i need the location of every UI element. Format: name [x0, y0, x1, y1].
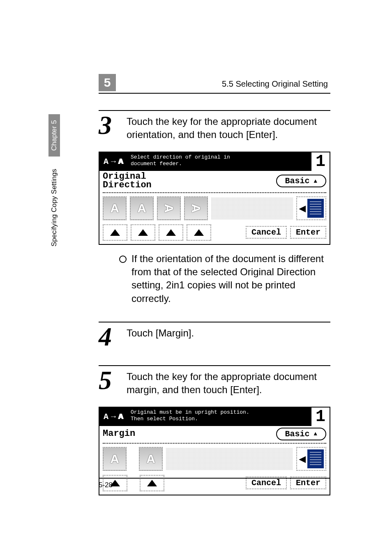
step-5: 5 Touch the key for the appropriate docu… — [99, 365, 330, 397]
margin-top-button[interactable]: A — [139, 447, 163, 471]
header-title: 5.5 Selecting Original Setting — [124, 79, 330, 91]
orientation-portrait-button[interactable]: A — [103, 196, 127, 220]
letter-a-icon: A — [146, 452, 155, 466]
step-text: Touch the key for the appropriate docume… — [127, 368, 330, 397]
lcd-empty-area — [166, 448, 293, 470]
arrow-right-icon: → — [111, 157, 116, 166]
arrow-left-icon: ◀ — [299, 201, 306, 215]
orientation-landscape-button[interactable]: A — [157, 196, 181, 220]
step-4: 4 Touch [Margin]. — [99, 322, 330, 349]
lcd-screen-original-direction: A → A Select direction of original in do… — [99, 152, 330, 245]
lcd-caption: Original must be in upright position. Th… — [127, 408, 311, 426]
lcd-mode-icon: A → A — [99, 152, 127, 171]
nav-up-button-2[interactable] — [131, 224, 155, 241]
orientation-landscape-alt-button[interactable]: A — [184, 196, 208, 220]
note-text: If the orientation of the document is di… — [131, 252, 326, 306]
triangle-up-icon — [110, 229, 120, 236]
nav-up-button-1[interactable] — [103, 224, 127, 241]
page-preview-icon — [307, 199, 324, 218]
basic-label: Basic — [285, 176, 310, 186]
triangle-up-icon — [194, 229, 204, 236]
basic-label: Basic — [285, 429, 310, 439]
triangle-up-icon — [166, 229, 176, 236]
letter-a-icon: A — [189, 204, 203, 213]
basic-tab-button[interactable]: Basic ▲ — [276, 175, 326, 187]
basic-tab-button[interactable]: Basic ▲ — [276, 428, 326, 440]
nav-up-button-4[interactable] — [187, 224, 211, 241]
letter-a-bold-icon: A — [118, 412, 123, 421]
scroll-up-icon: ▲ — [314, 178, 317, 184]
margin-left-button[interactable]: A — [103, 447, 127, 471]
page-number: 5-28 — [99, 481, 113, 489]
letter-a-icon: A — [104, 157, 108, 166]
letter-a-icon: A — [110, 452, 119, 466]
result-preview: ◀ — [296, 196, 326, 220]
page-preview-icon — [307, 449, 324, 468]
lcd-counter: 1 — [311, 152, 330, 171]
lcd-mode-icon: A → A — [99, 408, 127, 426]
result-preview: ◀ — [296, 447, 326, 471]
page-header: 5 5.5 Selecting Original Setting — [99, 74, 330, 94]
letter-a-icon: A — [162, 204, 176, 213]
side-chapter-label: Chapter 5 — [48, 114, 60, 157]
bullet-icon — [119, 256, 127, 263]
step-text: Touch the key for the appropriate docume… — [127, 113, 330, 142]
step-text: Touch [Margin]. — [127, 325, 330, 349]
chapter-badge: 5 — [99, 74, 116, 91]
lcd-caption: Select direction of original in document… — [127, 152, 311, 171]
page-footer: 5-28 — [99, 478, 330, 489]
note-item: If the orientation of the document is di… — [119, 252, 330, 306]
lcd-counter: 1 — [311, 408, 330, 426]
lcd-screen-label: Margin — [103, 430, 135, 438]
letter-a-icon: A — [137, 201, 146, 215]
lcd-empty-area — [211, 197, 293, 219]
nav-up-button-3[interactable] — [159, 224, 183, 241]
enter-button[interactable]: Enter — [290, 226, 326, 239]
orientation-portrait-alt-button[interactable]: A — [130, 196, 154, 220]
letter-a-bold-icon: A — [118, 157, 123, 166]
side-section-label: Specifying Copy Settings — [50, 169, 58, 246]
cancel-button[interactable]: Cancel — [246, 226, 287, 239]
triangle-up-icon — [138, 229, 148, 236]
arrow-left-icon: ◀ — [299, 452, 306, 466]
letter-a-icon: A — [104, 412, 108, 421]
scroll-up-icon: ▲ — [314, 431, 317, 437]
step-number: 5 — [99, 368, 119, 397]
step-3: 3 Touch the key for the appropriate docu… — [99, 110, 330, 142]
arrow-right-icon: → — [111, 412, 116, 421]
letter-a-icon: A — [110, 201, 119, 215]
step-number: 4 — [99, 325, 119, 349]
step-number: 3 — [99, 113, 119, 142]
lcd-screen-label: Original Direction — [103, 173, 152, 190]
